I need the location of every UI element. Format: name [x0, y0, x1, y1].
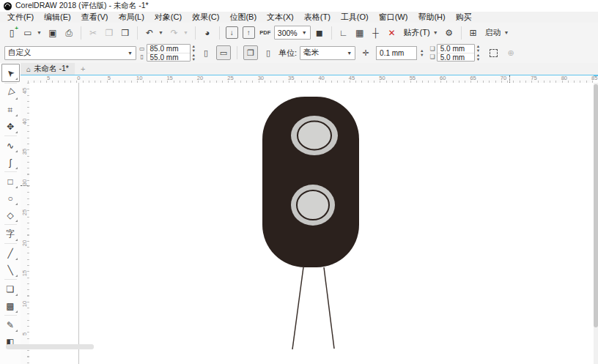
open-icon[interactable]: ▭ — [21, 26, 35, 40]
artistic-media-tool[interactable]: ʃ — [2, 154, 19, 171]
polygon-tool[interactable]: ◇ — [2, 207, 19, 223]
ruler-number: 85 — [589, 75, 598, 81]
chevron-down-icon[interactable]: ▼ — [183, 30, 188, 35]
menu-item-7[interactable]: 文本(X) — [262, 12, 299, 23]
chevron-down-icon[interactable]: ▼ — [504, 30, 509, 35]
units-combobox[interactable]: 毫米 ▼ — [300, 46, 355, 60]
pick-tool[interactable]: ➤ — [1, 64, 20, 82]
menu-item-0[interactable]: 文件(F) — [2, 12, 39, 23]
page-preset-combobox[interactable]: 自定义 ▼ — [4, 46, 136, 60]
freehand-tool[interactable]: ∿ — [2, 137, 19, 154]
bottom-pad-ring-shape[interactable] — [297, 190, 329, 220]
show-grid-icon[interactable]: ▦ — [352, 26, 367, 40]
separator — [4, 171, 17, 172]
ruler-number: 65 — [468, 75, 479, 81]
menu-item-8[interactable]: 表格(T) — [299, 12, 336, 23]
undo-icon[interactable]: ↶ — [142, 26, 157, 40]
current-page-button[interactable]: ▯ — [261, 45, 276, 60]
portrait-button[interactable]: ▯ — [199, 45, 213, 60]
import-icon[interactable]: ↓ — [226, 26, 238, 39]
menu-item-9[interactable]: 工具(O) — [336, 12, 374, 23]
drop-shadow-tool[interactable]: ❏ — [2, 281, 19, 297]
chevron-down-icon[interactable]: ▼ — [433, 30, 438, 35]
pan-tool-icon: ✥ — [7, 122, 14, 132]
separator — [4, 135, 17, 136]
pdf-icon[interactable]: PDF — [258, 26, 273, 40]
units-label: 单位: — [278, 48, 297, 59]
fullscreen-preview-icon[interactable]: ◼ — [312, 26, 327, 40]
menu-item-11[interactable]: 帮助(H) — [413, 12, 450, 23]
horizontal-scrollbar-thumb[interactable] — [6, 344, 94, 349]
launch-menu-button[interactable]: 启动 — [482, 27, 503, 38]
page-height-field[interactable]: 55.0 mm — [147, 53, 190, 62]
document-tab-active[interactable]: ⌂ 未命名 -1* — [21, 63, 75, 75]
options-gear-icon[interactable]: ⚙ — [442, 26, 457, 40]
page-width-field[interactable]: 85.0 mm — [147, 45, 190, 53]
menu-item-6[interactable]: 位图(B) — [224, 12, 262, 23]
transparency-tool[interactable]: ▩ — [2, 297, 19, 314]
nudge-spinner[interactable]: ▲▼ — [420, 49, 424, 57]
treat-as-filled-button[interactable] — [486, 45, 501, 60]
ruler-number: 55 — [407, 75, 418, 81]
left-leg-line[interactable] — [292, 267, 303, 349]
ellipse-tool[interactable]: ○ — [2, 190, 19, 207]
ruler-number: 5 — [21, 330, 29, 338]
ruler-number: 0 — [73, 75, 84, 81]
menu-item-3[interactable]: 布局(L) — [113, 12, 149, 23]
drawing-canvas[interactable] — [29, 83, 594, 364]
export-icon[interactable]: ↑ — [243, 26, 255, 39]
duplicate-spinner[interactable]: ▲▼▲▼ — [476, 45, 480, 62]
ruler-number: 20 — [195, 75, 205, 81]
connector-tool[interactable]: ╲ — [2, 261, 19, 278]
top-pad-ring-shape[interactable] — [298, 122, 331, 150]
ruler-number: 70 — [498, 75, 509, 81]
rectangle-tool[interactable]: □ — [2, 173, 19, 190]
pan-tool[interactable]: ✥ — [2, 118, 19, 135]
vertical-scrollbar[interactable] — [594, 83, 598, 364]
text-tool[interactable]: 字 — [2, 226, 19, 242]
separator — [195, 26, 196, 40]
shape-tool[interactable]: △ — [2, 84, 19, 101]
snap-off-icon[interactable]: ✕ — [385, 26, 399, 40]
menu-item-12[interactable]: 购买 — [451, 12, 477, 23]
print-icon[interactable]: ⎙ — [62, 26, 76, 40]
landscape-button[interactable]: ▭ — [216, 45, 231, 60]
save-icon[interactable]: ▣ — [45, 26, 60, 40]
corel-balloon-icon[interactable]: ◕ — [200, 26, 215, 40]
duplicate-y-field[interactable]: 5.0 mm — [438, 53, 474, 62]
drawing-objects — [29, 83, 594, 364]
ruler-number: 15 — [165, 75, 175, 81]
show-guidelines-icon[interactable]: ┼ — [369, 26, 383, 40]
menu-item-10[interactable]: 窗口(W) — [374, 12, 413, 23]
launch-window-icon[interactable]: ⊞ — [466, 26, 481, 40]
polygon-tool-icon: ◇ — [7, 210, 13, 220]
show-rulers-icon[interactable]: ∟ — [336, 26, 351, 40]
nudge-offset-icon: ✛ — [358, 45, 373, 60]
all-pages-button[interactable]: ❐ — [243, 45, 258, 60]
zoom-level-combobox[interactable]: 300%▼ — [274, 26, 311, 40]
menu-item-1[interactable]: 编辑(E) — [39, 12, 76, 23]
menu-bar: 文件(F)编辑(E)查看(V)布局(L)对象(C)效果(C)位图(B)文本(X)… — [0, 12, 598, 23]
eyedropper-tool[interactable]: ✎ — [2, 316, 19, 333]
right-leg-line[interactable] — [324, 267, 334, 349]
page-size-spinner[interactable]: ▲▼▲▼ — [192, 45, 196, 62]
crop-tool-icon: ⌗ — [8, 105, 13, 115]
vertical-scrollbar-thumb[interactable] — [594, 84, 598, 327]
new-tab-button[interactable]: + — [75, 64, 91, 73]
menu-item-2[interactable]: 查看(V) — [76, 12, 114, 23]
separator — [4, 224, 17, 225]
dimension-tool[interactable]: ╱ — [2, 245, 19, 261]
duplicate-x-field[interactable]: 5.0 mm — [438, 45, 474, 53]
cut-icon: ✂ — [86, 26, 100, 40]
paste-icon[interactable]: ❒ — [118, 26, 133, 40]
crop-tool[interactable]: ⌗ — [2, 101, 19, 118]
menu-item-4[interactable]: 对象(C) — [150, 12, 187, 23]
chevron-down-icon[interactable]: ▼ — [37, 30, 42, 35]
snap-menu-button[interactable]: 贴齐(T) — [401, 27, 432, 38]
page-width-icon: ▭ — [139, 46, 145, 52]
nudge-offset-field[interactable]: 0.1 mm — [376, 46, 417, 60]
menu-item-5[interactable]: 效果(C) — [187, 12, 224, 23]
ruler-number: 30 — [21, 178, 29, 187]
new-document-icon[interactable]: ▯+ — [4, 26, 19, 40]
chevron-down-icon[interactable]: ▼ — [158, 30, 163, 35]
